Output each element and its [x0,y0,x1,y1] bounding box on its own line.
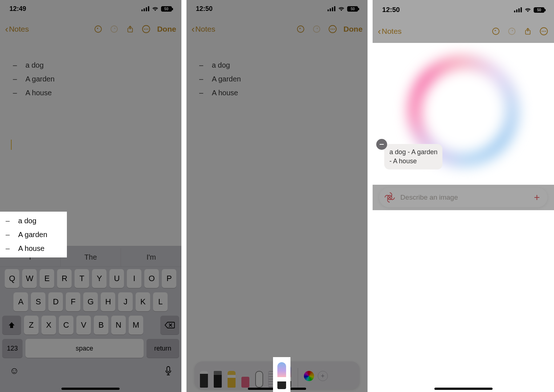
more-icon[interactable] [539,26,549,36]
key-row: ZXCVBNM [0,313,181,337]
prompt-bubble[interactable]: a dog - A garden - A house [384,144,442,169]
cellular-icon [328,6,336,11]
key[interactable]: V [76,316,91,335]
key[interactable]: R [57,269,72,288]
back-button[interactable]: ‹Notes [192,24,216,34]
note-body[interactable]: –a dog –A garden –A house [0,41,181,167]
status-indicators: 50 [141,6,172,12]
nav-bar: ‹Notes [373,20,554,43]
key[interactable]: S [31,292,45,311]
svg-rect-22 [330,8,331,11]
key[interactable]: P [162,269,176,288]
done-button[interactable]: Done [157,25,176,33]
done-button[interactable]: Done [344,25,363,33]
mic-icon[interactable] [165,366,172,376]
back-label: Notes [382,27,402,36]
status-bar: 12:50 50 [373,0,554,20]
palette-divider [298,368,298,388]
pen-tool[interactable] [199,364,209,388]
home-indicator[interactable] [61,388,120,390]
back-button[interactable]: ‹Notes [5,24,29,34]
color-picker-icon[interactable] [304,371,314,381]
svg-rect-0 [141,9,143,11]
redo-icon[interactable] [312,24,322,34]
status-time: 12:50 [196,5,213,13]
highlight-list: –a dog –A garden –A house [0,212,67,257]
svg-rect-33 [518,8,520,12]
chevron-left-icon: ‹ [192,24,195,34]
svg-point-28 [330,29,332,30]
shift-key[interactable] [2,316,21,335]
add-tool-icon[interactable]: + [318,371,328,381]
svg-point-39 [542,31,543,32]
key[interactable]: W [22,269,37,288]
suggestion[interactable]: The [61,248,121,267]
suggestion[interactable]: I'm [121,248,181,267]
list-item: –A house [11,86,170,100]
add-to-prompt-icon[interactable]: + [531,192,542,203]
svg-point-25 [297,26,304,32]
lasso-tool[interactable] [254,364,264,388]
svg-point-9 [146,29,147,30]
highlight-wand-tool[interactable] [273,357,290,392]
key[interactable]: U [109,269,124,288]
redo-icon[interactable] [109,24,119,34]
key[interactable]: B [94,316,108,335]
list-item: –A garden [197,72,357,86]
space-key[interactable]: space [25,339,144,358]
key[interactable]: H [101,292,115,311]
key[interactable]: C [59,316,73,335]
key[interactable]: F [66,292,80,311]
numbers-key[interactable]: 123 [2,339,23,358]
key[interactable]: O [144,269,159,288]
key[interactable]: K [136,292,150,311]
home-indicator[interactable] [434,388,493,390]
status-time: 12:49 [9,5,26,13]
key[interactable]: J [118,292,133,311]
key[interactable]: L [153,292,168,311]
key[interactable]: N [111,316,126,335]
svg-point-30 [334,29,335,30]
undo-icon[interactable] [296,24,306,34]
svg-rect-32 [516,9,518,12]
nav-bar: ‹Notes Done [186,17,368,41]
share-icon[interactable] [523,26,533,36]
wifi-icon [152,6,159,11]
more-icon[interactable] [141,24,151,34]
key[interactable]: A [13,292,28,311]
back-button[interactable]: ‹Notes [378,27,402,36]
key[interactable]: M [129,316,143,335]
prompt-placeholder: Describe an image [400,193,458,201]
svg-point-8 [144,29,145,30]
key[interactable]: G [83,292,98,311]
key[interactable]: X [41,316,56,335]
key[interactable]: T [75,269,89,288]
status-bar: 12:49 50 [0,0,181,17]
redo-icon[interactable] [507,26,517,36]
marker-tool[interactable] [226,364,237,388]
prompt-input[interactable]: Describe an image + [379,188,547,207]
key[interactable]: Q [5,269,19,288]
battery-icon: 50 [347,6,358,12]
emoji-icon[interactable]: ☺ [9,365,19,376]
key[interactable]: Z [24,316,39,335]
more-icon[interactable] [328,24,338,34]
undo-icon[interactable] [491,26,501,36]
share-icon[interactable] [125,24,135,34]
keyboard-bottom: ☺ [0,365,181,385]
eraser-tool[interactable] [240,364,250,388]
svg-point-4 [95,26,101,32]
key[interactable]: Y [92,269,107,288]
nav-bar: ‹Notes Done [0,17,181,41]
pencil-tool[interactable] [213,364,223,388]
key[interactable]: E [40,269,54,288]
text-cursor [11,140,12,150]
undo-icon[interactable] [93,24,103,34]
key[interactable]: D [48,292,63,311]
key[interactable]: I [127,269,141,288]
note-body[interactable]: –a dog –A garden –A house [186,41,368,117]
svg-rect-23 [332,7,333,11]
return-key[interactable]: return [146,339,179,358]
delete-key[interactable] [160,316,179,335]
playground-logo-icon [384,192,395,203]
